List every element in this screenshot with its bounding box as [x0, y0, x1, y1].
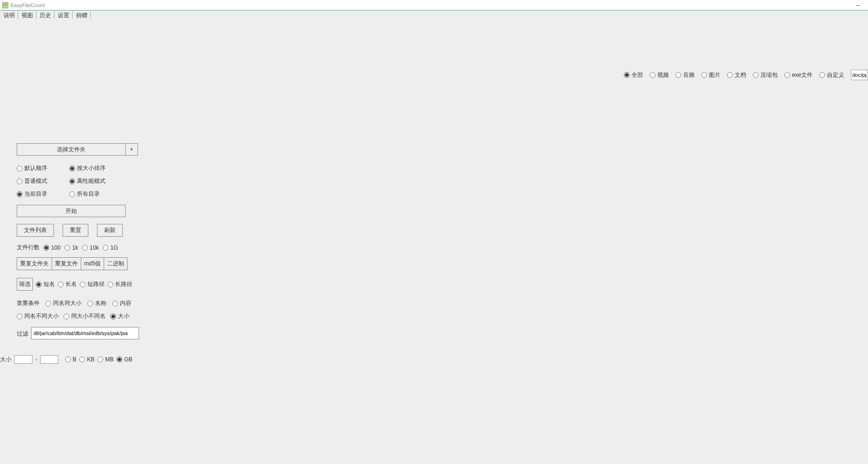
md5-button[interactable]: md5值	[81, 257, 104, 270]
svg-rect-1	[856, 5, 860, 6]
filetype-doc[interactable]: 文档	[727, 71, 746, 79]
name-short-label: 短名	[43, 280, 55, 288]
menu-view[interactable]: 视图	[18, 11, 36, 19]
filetype-audio[interactable]: 音频	[675, 71, 695, 79]
unit-kb-label: KB	[87, 356, 95, 363]
start-button[interactable]: 开始	[17, 205, 126, 217]
menu-history[interactable]: 历史	[36, 11, 54, 19]
mode-normal[interactable]: 普通模式	[17, 177, 69, 185]
path-long[interactable]: 长路径	[107, 280, 132, 288]
refresh-button[interactable]: 刷新	[97, 224, 123, 237]
unit-kb[interactable]: KB	[79, 356, 95, 363]
cond-same-name-diff-size-label: 同名不同大小	[24, 312, 59, 320]
scope-all-label: 所有目录	[77, 190, 100, 198]
rowcount-100-label: 100	[51, 244, 61, 251]
cond-content-label: 内容	[120, 299, 131, 307]
mode-high-perf[interactable]: 高性能模式	[69, 177, 122, 185]
path-long-label: 长路径	[115, 280, 132, 288]
scope-current-label: 当前目录	[24, 190, 47, 198]
cond-name[interactable]: 名称	[87, 299, 107, 307]
size-range-dash: -	[35, 356, 37, 363]
path-short[interactable]: 短路径	[80, 280, 105, 288]
rowcount-1g[interactable]: 1G	[103, 244, 118, 251]
scope-current-dir[interactable]: 当前目录	[17, 190, 69, 198]
size-min-input[interactable]	[14, 355, 32, 364]
rowcount-100[interactable]: 100	[43, 244, 61, 251]
cond-same-size-diff-name[interactable]: 同大小不同名	[64, 312, 106, 320]
cond-name-label: 名称	[95, 299, 107, 307]
filetype-video[interactable]: 视频	[650, 71, 669, 79]
cond-same-name-diff-size[interactable]: 同名不同大小	[17, 312, 59, 320]
path-short-label: 短路径	[87, 280, 105, 288]
unit-b-label: B	[73, 356, 76, 363]
dup-cond-label: 查重条件	[17, 299, 40, 307]
exclude-filter-input[interactable]	[31, 327, 139, 339]
mode-normal-label: 普通模式	[24, 177, 47, 185]
binary-button[interactable]: 二进制	[104, 257, 128, 270]
mode-high-perf-label: 高性能模式	[77, 177, 106, 185]
filetype-video-label: 视频	[657, 71, 669, 79]
rowcount-10k-label: 10k	[90, 244, 99, 251]
filetype-doc-label: 文档	[735, 71, 746, 79]
name-short[interactable]: 短名	[36, 280, 55, 288]
cond-same-name-size[interactable]: 同名同大小	[45, 299, 82, 307]
rowcount-1k[interactable]: 1k	[64, 244, 78, 251]
filetype-exe[interactable]: exe文件	[784, 71, 813, 79]
window-title: EasyFileCount	[11, 2, 45, 8]
menu-bar: 说明 视图 历史 设置 捐赠	[0, 11, 868, 19]
name-long[interactable]: 长名	[58, 280, 77, 288]
dup-folder-button[interactable]: 重复文件夹	[17, 257, 52, 270]
size-max-input[interactable]	[40, 355, 58, 364]
filetype-custom-label: 自定义	[827, 71, 844, 79]
rowcount-10k[interactable]: 10k	[82, 244, 99, 251]
name-long-label: 长名	[65, 280, 77, 288]
filetype-exe-label: exe文件	[792, 71, 813, 79]
filter-button[interactable]: 筛选	[17, 278, 33, 291]
filetype-image-label: 图片	[709, 71, 720, 79]
menu-settings[interactable]: 设置	[54, 11, 73, 19]
filetype-filter-row: 全部 视频 音频 图片 文档 压缩包 exe文件 自定义	[624, 70, 868, 80]
add-folder-button[interactable]: +	[126, 143, 138, 156]
filetype-audio-label: 音频	[683, 71, 695, 79]
cond-same-size-diff-name-label: 同大小不同名	[71, 312, 106, 320]
unit-mb-label: MB	[105, 356, 114, 363]
cond-size[interactable]: 大小	[110, 312, 129, 320]
sort-by-size[interactable]: 按大小排序	[69, 164, 122, 172]
sort-default[interactable]: 默认顺序	[17, 164, 69, 172]
cond-same-name-size-label: 同名同大小	[53, 299, 82, 307]
control-panel: 选择文件夹 + 默认顺序 按大小排序 普通模式 高性能模式 当前目录 所有目录 …	[17, 143, 139, 339]
unit-b[interactable]: B	[65, 356, 76, 363]
sort-default-label: 默认顺序	[24, 164, 47, 172]
filetype-archive[interactable]: 压缩包	[753, 71, 778, 79]
row-count-label: 文件行数	[17, 243, 40, 252]
rowcount-1k-label: 1k	[72, 244, 78, 251]
scope-all-dirs[interactable]: 所有目录	[69, 190, 122, 198]
app-icon	[2, 2, 9, 9]
exclude-filter-label: 过滤	[17, 330, 28, 338]
filetype-archive-label: 压缩包	[761, 71, 778, 79]
title-bar: EasyFileCount	[0, 0, 868, 11]
custom-ext-input[interactable]	[851, 70, 868, 80]
filetype-custom[interactable]: 自定义	[819, 71, 844, 79]
filetype-image[interactable]: 图片	[701, 71, 720, 79]
size-filter-row: 大小 - B KB MB GB	[0, 355, 132, 364]
reset-button[interactable]: 重置	[63, 224, 88, 237]
menu-help[interactable]: 说明	[0, 11, 18, 19]
minimize-button[interactable]	[850, 0, 866, 10]
cond-size-label: 大小	[118, 312, 129, 320]
filetype-all-label: 全部	[632, 71, 643, 79]
unit-gb-label: GB	[124, 356, 132, 363]
dup-file-button[interactable]: 重复文件	[52, 257, 81, 270]
unit-gb[interactable]: GB	[117, 356, 132, 363]
cond-content[interactable]: 内容	[112, 299, 131, 307]
filetype-all[interactable]: 全部	[624, 71, 643, 79]
menu-donate[interactable]: 捐赠	[73, 11, 91, 19]
unit-mb[interactable]: MB	[97, 356, 114, 363]
size-label: 大小	[0, 356, 11, 364]
rowcount-1g-label: 1G	[110, 244, 118, 251]
file-list-button[interactable]: 文件列表	[17, 224, 54, 237]
sort-by-size-label: 按大小排序	[77, 164, 106, 172]
select-folder-button[interactable]: 选择文件夹	[17, 143, 126, 156]
